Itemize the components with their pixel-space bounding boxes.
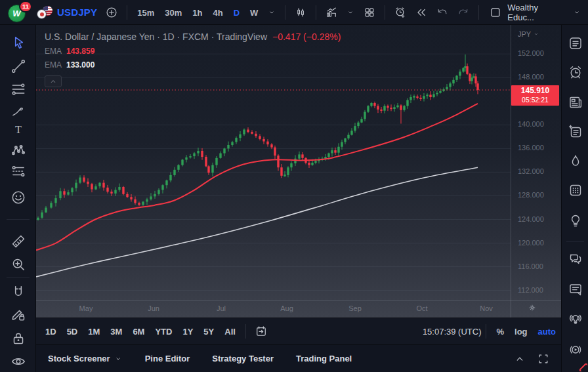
alerts-panel[interactable]	[567, 64, 584, 81]
alert-clock-icon	[394, 6, 407, 19]
live-panel[interactable]	[567, 341, 584, 358]
pattern-tool[interactable]	[8, 140, 28, 160]
range-5y[interactable]: 5Y	[198, 327, 219, 337]
layout-account-menu[interactable]: Wealthy Educ...	[474, 3, 581, 22]
magnet-tool[interactable]	[8, 282, 28, 302]
price-tick: 152.000	[518, 49, 544, 57]
toolbar-divider	[285, 5, 285, 20]
notes-panel[interactable]	[567, 123, 584, 140]
ema-fast-row[interactable]: EMA 143.859	[45, 47, 341, 56]
collapse-legend-button[interactable]	[45, 75, 62, 87]
streams-panel[interactable]	[567, 310, 584, 327]
create-alert-button[interactable]	[390, 3, 411, 22]
interval-15m[interactable]: 15m	[132, 8, 159, 18]
news-panel[interactable]	[567, 94, 584, 111]
toolbar-divider	[316, 5, 316, 20]
currency-label: JPY	[518, 30, 531, 38]
flame-icon	[568, 154, 583, 169]
drawing-mode-tool[interactable]	[8, 304, 28, 324]
measure-tool[interactable]	[8, 231, 28, 251]
scale-log[interactable]: log	[509, 327, 533, 337]
last-price-value: 145.910	[511, 87, 559, 96]
redo-button[interactable]	[453, 3, 474, 22]
undo-icon	[436, 6, 449, 19]
fib-lines-tool[interactable]	[8, 79, 28, 99]
zoom-in-tool[interactable]	[8, 254, 28, 274]
chart-area[interactable]: U.S. Dollar / Japanese Yen · 1D · FXCM ·…	[36, 25, 561, 318]
text-icon: T	[10, 121, 27, 138]
ideas-panel[interactable]	[567, 212, 584, 229]
chart-settings-gear[interactable]	[527, 302, 537, 313]
ema-slow-row[interactable]: EMA 133.000	[45, 60, 341, 70]
ruler-icon	[10, 233, 27, 250]
fullscreen-button[interactable]	[535, 349, 552, 369]
chevron-up-icon	[513, 352, 526, 365]
svg-text:T: T	[15, 124, 22, 136]
price-axis[interactable]: JPY 152.000148.000140.000136.000132.0001…	[511, 25, 561, 300]
toolbar-divider	[566, 241, 584, 242]
add-symbol-button[interactable]	[101, 3, 122, 22]
calendar-panel[interactable]	[567, 182, 584, 199]
interval-30m[interactable]: 30m	[159, 8, 187, 18]
bar-countdown: 05:52:21	[511, 96, 559, 104]
forecast-tool[interactable]	[8, 161, 28, 181]
indicator-templates-button[interactable]	[342, 3, 359, 22]
clock-utc[interactable]: 15:07:39 (UTC)	[423, 327, 482, 337]
tab-stock-screener[interactable]: Stock Screener	[48, 354, 123, 363]
cursor-tool[interactable]	[8, 33, 28, 53]
range-1d[interactable]: 1D	[40, 327, 62, 337]
last-price-label: 145.910 05:52:21	[511, 85, 559, 106]
tab-strategy-tester[interactable]: Strategy Tester	[212, 354, 274, 363]
price-axis-currency[interactable]: JPY	[518, 30, 540, 38]
resize-corner[interactable]	[579, 363, 587, 371]
scale-percent[interactable]: %	[491, 327, 509, 337]
candles-icon	[294, 6, 307, 19]
trend-line-icon	[10, 58, 27, 75]
range-5d[interactable]: 5D	[62, 327, 83, 337]
brush-icon	[10, 102, 27, 119]
lock-drawings-tool[interactable]	[8, 328, 28, 348]
emoji-tool[interactable]	[8, 187, 28, 207]
text-tool[interactable]: T	[8, 119, 28, 140]
tab-trading-panel[interactable]: Trading Panel	[296, 354, 352, 363]
panel-collapse-button[interactable]	[511, 349, 528, 369]
chevron-down-icon	[346, 8, 355, 17]
tab-label: Stock Screener	[48, 354, 110, 363]
trend-line-tool[interactable]	[8, 56, 28, 76]
time-axis-border	[36, 300, 561, 301]
hotlists-panel[interactable]	[567, 153, 584, 170]
watchlist-panel[interactable]	[567, 35, 584, 52]
toolbar-divider	[127, 5, 127, 20]
range-all[interactable]: All	[219, 327, 241, 337]
chats-panel[interactable]	[567, 250, 584, 267]
range-1m[interactable]: 1M	[83, 327, 105, 337]
range-3m[interactable]: 3M	[105, 327, 127, 337]
interval-menu-button[interactable]	[263, 3, 280, 22]
range-ytd[interactable]: YTD	[150, 327, 177, 337]
toolbar-divider	[385, 5, 385, 20]
undo-button[interactable]	[432, 3, 453, 22]
compare-layout-button[interactable]	[359, 3, 380, 22]
go-to-date-button[interactable]	[251, 321, 272, 341]
brush-tool[interactable]	[8, 100, 28, 120]
hide-drawings-tool[interactable]	[8, 351, 28, 371]
price-tick: 128.000	[518, 191, 544, 199]
range-6m[interactable]: 6M	[127, 327, 150, 337]
interval-1w[interactable]: W	[245, 8, 263, 18]
interval-4h[interactable]: 4h	[207, 8, 228, 18]
symbol-search-button[interactable]: USDJPY	[33, 5, 101, 20]
bar-replay-button[interactable]	[411, 3, 432, 22]
indicators-button[interactable]	[321, 3, 342, 22]
scale-auto[interactable]: auto	[533, 327, 561, 337]
footer-tabs: Stock ScreenerPine EditorStrategy Tester…	[48, 354, 352, 363]
chart-title-row[interactable]: U.S. Dollar / Japanese Yen · 1D · FXCM ·…	[45, 31, 341, 42]
messages-panel[interactable]	[567, 281, 584, 298]
price-tick: 140.000	[518, 120, 544, 128]
interval-1h[interactable]: 1h	[187, 8, 207, 18]
range-1y[interactable]: 1Y	[177, 327, 198, 337]
logo-menu-button[interactable]: W 11	[8, 3, 28, 22]
interval-1d[interactable]: D	[228, 8, 245, 18]
lock-icon	[10, 330, 27, 347]
chart-style-button[interactable]	[290, 3, 311, 22]
tab-pine-editor[interactable]: Pine Editor	[145, 354, 190, 363]
